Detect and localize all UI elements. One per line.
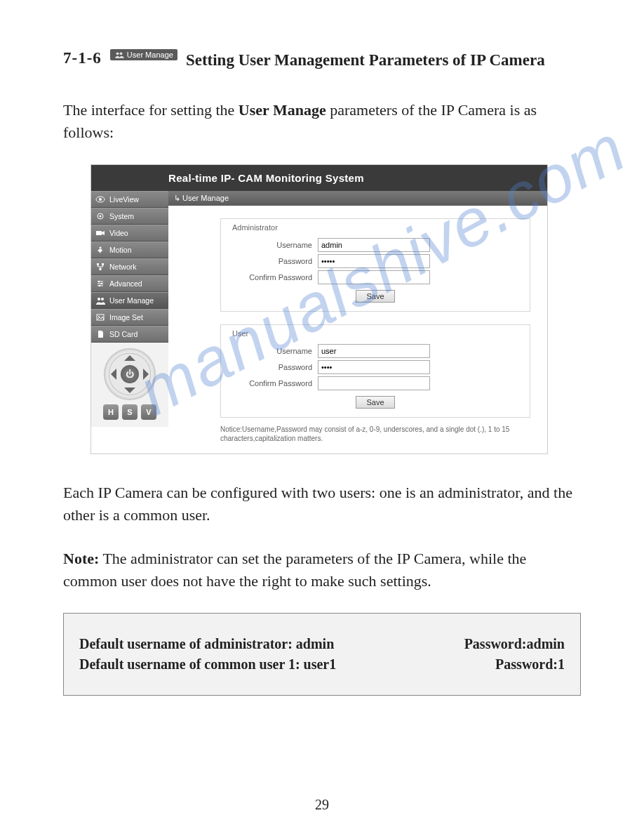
eye-icon [95,195,105,204]
ptz-up-button[interactable] [124,350,135,361]
sdcard-icon [95,330,105,338]
ptz-left-button[interactable] [105,369,116,380]
default-user-password: Password:1 [495,656,565,673]
default-admin-user: Default username of administrator: admin [79,636,334,652]
sidebar-item-advanced[interactable]: Advanced [91,275,168,292]
sidebar-item-usermanage[interactable]: User Manage [91,292,168,309]
user-username-input[interactable] [318,344,430,358]
sidebar-item-label: LiveView [109,195,139,204]
username-label: Username [228,241,318,249]
page-number: 29 [0,797,644,813]
svg-point-12 [101,283,102,284]
sidebar-item-label: Advanced [109,279,142,288]
password-label: Password [228,257,318,265]
ui-screenshot: Real-time IP- CAM Monitoring System Live… [91,165,547,454]
admin-password-input[interactable] [318,254,430,268]
sidebar-item-label: Network [109,263,137,271]
users-icon [114,51,124,58]
sidebar-item-label: Image Set [109,313,143,322]
h-button[interactable]: H [103,404,119,420]
chip-label: User Manage [127,51,173,59]
main-content: ↳ User Manage Administrator Username Pas… [168,191,547,454]
sidebar-item-video[interactable]: Video [91,225,168,241]
sidebar-item-label: Video [109,229,128,237]
user-password-input[interactable] [318,360,430,374]
sidebar-item-system[interactable]: System [91,208,168,225]
admin-confirm-password-input[interactable] [318,270,430,284]
admin-username-input[interactable] [318,238,430,252]
sidebar-item-imageset[interactable]: Image Set [91,309,168,326]
sidebar-item-label: SD Card [109,330,137,338]
svg-rect-6 [96,231,102,235]
admin-save-button[interactable]: Save [356,290,394,303]
confirm-password-label: Confirm Password [228,379,318,388]
svg-point-11 [98,281,100,282]
user-manage-chip: User Manage [110,49,177,60]
ptz-down-button[interactable] [124,388,135,399]
svg-point-13 [99,285,100,286]
sidebar-item-sdcard[interactable]: SD Card [91,326,168,343]
sidebar-item-label: User Manage [109,296,154,305]
sidebar: LiveView System Video Motion Network Adv… [91,191,168,427]
s-button[interactable]: S [122,404,137,420]
image-icon [95,313,105,322]
sidebar-item-label: Motion [109,246,132,254]
section-title: Setting User Management Parameters of IP… [186,49,545,71]
confirm-password-label: Confirm Password [228,273,318,282]
default-admin-password: Password:admin [464,636,565,652]
panel-legend: User [229,329,251,338]
svg-point-1 [119,52,122,55]
defaults-box: Default username of administrator: admin… [63,613,581,696]
svg-point-5 [100,215,102,217]
motion-icon [95,246,105,254]
v-button[interactable]: V [141,404,156,420]
intro-text: The interface for setting the User Manag… [63,99,581,144]
password-label: Password [228,363,318,371]
section-number: 7-1-6 [63,49,102,67]
administrator-panel: Administrator Username Password Confirm … [220,218,530,312]
svg-rect-9 [102,263,104,265]
user-save-button[interactable]: Save [356,396,394,409]
svg-point-7 [100,246,102,249]
gear-icon [95,212,105,220]
notice-text: Notice:Username,Password may consist of … [220,425,530,444]
app-header: Real-time IP- CAM Monitoring System [91,165,547,191]
svg-rect-10 [100,268,102,270]
svg-rect-8 [97,263,99,265]
sidebar-item-label: System [109,212,134,220]
paragraph-2: Each IP Camera can be configured with tw… [63,482,581,527]
network-icon [95,263,105,271]
svg-point-3 [99,198,102,201]
breadcrumb: ↳ User Manage [168,191,547,206]
sidebar-item-motion[interactable]: Motion [91,241,168,258]
camera-icon [95,229,105,237]
ptz-control: ⏻ H S V [91,343,168,427]
sidebar-item-network[interactable]: Network [91,258,168,275]
sidebar-item-liveview[interactable]: LiveView [91,191,168,208]
svg-point-15 [101,298,104,300]
ptz-center-button[interactable]: ⏻ [121,365,139,383]
users-icon [95,296,105,305]
username-label: Username [228,347,318,355]
section-heading: 7-1-6 User Manage Setting User Managemen… [63,49,581,71]
ptz-right-button[interactable] [143,369,154,380]
note-paragraph: Note: The administrator can set the para… [63,548,581,593]
default-user-user: Default username of common user 1: user1 [79,656,336,673]
sliders-icon [95,279,105,288]
user-panel: User Username Password Confirm Password … [220,324,530,418]
note-label: Note: [63,550,99,567]
user-confirm-password-input[interactable] [318,376,430,390]
svg-point-0 [116,52,119,55]
panel-legend: Administrator [229,223,281,232]
svg-point-14 [98,298,100,300]
